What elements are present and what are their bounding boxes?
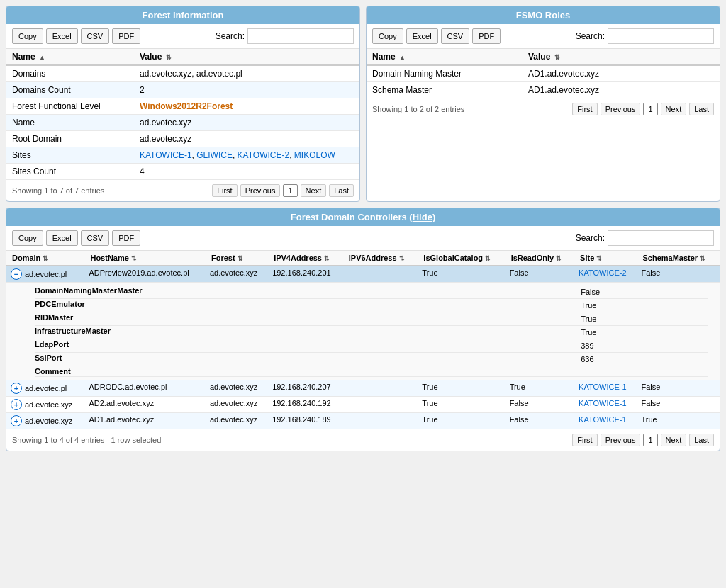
forest-info-search-input[interactable]	[247, 28, 354, 44]
fdc-cell-4	[343, 413, 418, 429]
fdc-cell-8: False	[637, 397, 720, 413]
fdc-cell-5: True	[418, 397, 505, 413]
fdc-panel: Forest Domain Controllers (Hide) Copy Ex…	[6, 208, 720, 451]
fdc-cell-2: ad.evotec.xyz	[206, 266, 268, 283]
fdc-col-ipv4address[interactable]: IPV4Address ⇅	[268, 251, 343, 266]
fdc-cell-8: False	[637, 266, 720, 283]
expanded-details: DomainNamingMasterMasterFalsePDCEmulator…	[6, 283, 720, 380]
fsmo-first-btn[interactable]: First	[572, 103, 597, 115]
col-value[interactable]: Value ⇅	[134, 49, 359, 65]
forest-info-name-cell: Domains	[6, 65, 134, 82]
fdc-col-isreadonly[interactable]: IsReadOnly ⇅	[506, 251, 574, 266]
fsmo-page-btn[interactable]: 1	[643, 103, 657, 115]
fdc-search-label: Search:	[576, 233, 605, 243]
table-row[interactable]: +ad.evotec.plADRODC.ad.evotec.plad.evote…	[6, 380, 720, 397]
detail-label: SslPort	[35, 353, 576, 366]
fsmo-last-btn[interactable]: Last	[689, 103, 714, 115]
fdc-col-domain[interactable]: Domain ⇅	[6, 251, 84, 266]
forest-info-page-btn[interactable]: 1	[283, 184, 297, 197]
fsmo-value-cell: AD1.ad.evotec.xyz	[523, 82, 720, 98]
fsmo-excel-btn[interactable]: Excel	[406, 28, 438, 44]
fsmo-csv-btn[interactable]: CSV	[441, 28, 470, 44]
expand-btn-1[interactable]: +	[11, 383, 22, 394]
detail-value: 389	[576, 339, 708, 353]
forest-info-value-cell: ad.evotec.xyz, ad.evotec.pl	[134, 65, 359, 82]
fdc-col-schemamaster[interactable]: SchemaMaster ⇅	[637, 251, 720, 266]
forest-info-next-btn[interactable]: Next	[301, 184, 327, 197]
forest-info-copy-btn[interactable]: Copy	[12, 28, 43, 44]
fdc-cell-3: 192.168.240.192	[268, 397, 343, 413]
fdc-cell-7: KATOWICE-1	[574, 380, 637, 397]
fdc-col-site[interactable]: Site ⇅	[574, 251, 637, 266]
fdc-col-forest[interactable]: Forest ⇅	[206, 251, 268, 266]
expand-btn-3[interactable]: +	[11, 415, 22, 426]
fdc-cell-2: ad.evotec.xyz	[206, 397, 268, 413]
fsmo-name-cell: Schema Master	[367, 82, 523, 98]
forest-info-name-cell: Sites	[6, 147, 134, 164]
fdc-cell-6: False	[506, 413, 574, 429]
detail-label: DomainNamingMasterMaster	[35, 285, 576, 299]
fdc-first-btn[interactable]: First	[572, 434, 597, 446]
detail-value: 636	[576, 353, 708, 366]
table-row: SitesKATOWICE-1, GLIWICE, KATOWICE-2, MI…	[6, 147, 359, 164]
forest-info-excel-btn[interactable]: Excel	[46, 28, 78, 44]
forest-info-csv-btn[interactable]: CSV	[81, 28, 110, 44]
fdc-page-btn[interactable]: 1	[643, 434, 657, 446]
fsmo-col-name[interactable]: Name ▲	[367, 49, 523, 65]
fdc-cell-6: True	[506, 380, 574, 397]
fdc-last-btn[interactable]: Last	[689, 434, 714, 446]
fdc-cell-0: +ad.evotec.xyz	[6, 397, 84, 413]
fdc-hide-link[interactable]: Hide	[413, 212, 432, 222]
fsmo-pdf-btn[interactable]: PDF	[472, 28, 501, 44]
forest-info-pdf-btn[interactable]: PDF	[112, 28, 140, 44]
fdc-col-hostname[interactable]: HostName ⇅	[84, 251, 206, 266]
forest-info-showing: Showing 1 to 7 of 7 entries First Previo…	[6, 180, 359, 201]
fdc-cell-7: KATOWICE-2	[574, 266, 637, 283]
forest-info-last-btn[interactable]: Last	[329, 184, 354, 197]
fsmo-table: Name ▲ Value ⇅ Domain Naming MasterAD1.a…	[367, 49, 720, 98]
table-row[interactable]: +ad.evotec.xyzAD2.ad.evotec.xyzad.evotec…	[6, 397, 720, 413]
table-row[interactable]: +ad.evotec.xyzAD1.ad.evotec.xyzad.evotec…	[6, 413, 720, 429]
fdc-cell-8: True	[637, 413, 720, 429]
fdc-excel-btn[interactable]: Excel	[46, 230, 78, 246]
fsmo-next-btn[interactable]: Next	[661, 103, 687, 115]
fdc-cell-3: 192.168.240.207	[268, 380, 343, 397]
col-name[interactable]: Name ▲	[6, 49, 134, 65]
detail-value: False	[576, 285, 708, 299]
expand-btn-2[interactable]: +	[11, 399, 22, 410]
fdc-next-btn[interactable]: Next	[661, 434, 687, 446]
fdc-col-ipv6address[interactable]: IPV6Address ⇅	[343, 251, 418, 266]
detail-label: RIDMaster	[35, 312, 576, 326]
table-row: Root Domainad.evotec.xyz	[6, 131, 359, 147]
table-row: Namead.evotec.xyz	[6, 115, 359, 131]
fdc-pdf-btn[interactable]: PDF	[112, 230, 140, 246]
fsmo-toolbar: Copy Excel CSV PDF Search:	[367, 24, 720, 49]
fsmo-prev-btn[interactable]: Previous	[601, 103, 641, 115]
fdc-col-isglobalcatalog[interactable]: IsGlobalCatalog ⇅	[418, 251, 505, 266]
forest-info-toolbar: Copy Excel CSV PDF Search:	[6, 24, 359, 49]
fdc-cell-4	[343, 266, 418, 283]
table-row: Schema MasterAD1.ad.evotec.xyz	[367, 82, 720, 98]
table-row[interactable]: −ad.evotec.plADPreview2019.ad.evotec.pla…	[6, 266, 720, 283]
fsmo-search-input[interactable]	[608, 28, 714, 44]
fdc-cell-1: ADRODC.ad.evotec.pl	[84, 380, 206, 397]
fsmo-copy-btn[interactable]: Copy	[372, 28, 403, 44]
fdc-cell-7: KATOWICE-1	[574, 413, 637, 429]
fdc-table: Domain ⇅HostName ⇅Forest ⇅IPV4Address ⇅I…	[6, 251, 720, 429]
fsmo-value-cell: AD1.ad.evotec.xyz	[523, 65, 720, 82]
fdc-search-input[interactable]	[608, 230, 714, 246]
forest-info-value-cell: ad.evotec.xyz	[134, 115, 359, 131]
fdc-copy-btn[interactable]: Copy	[12, 230, 43, 246]
fdc-prev-btn[interactable]: Previous	[601, 434, 641, 446]
forest-info-pagination: First Previous 1 Next Last	[212, 184, 354, 197]
forest-info-prev-btn[interactable]: Previous	[240, 184, 281, 197]
expand-btn-0[interactable]: −	[11, 268, 22, 280]
fdc-cell-6: False	[506, 397, 574, 413]
fdc-csv-btn[interactable]: CSV	[81, 230, 110, 246]
fdc-pagination: First Previous 1 Next Last	[572, 434, 714, 446]
forest-info-first-btn[interactable]: First	[212, 184, 237, 197]
forest-info-name-cell: Name	[6, 115, 134, 131]
fsmo-col-value[interactable]: Value ⇅	[523, 49, 720, 65]
forest-info-value-cell: ad.evotec.xyz	[134, 131, 359, 147]
forest-info-value-cell: 4	[134, 164, 359, 180]
